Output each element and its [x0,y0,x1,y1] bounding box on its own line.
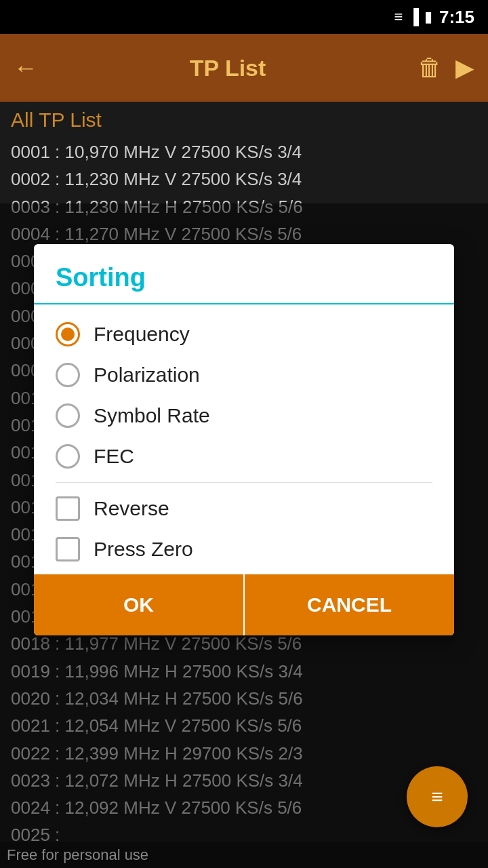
top-bar: ← TP List 🗑 ▶ [0,34,488,102]
status-time: 7:15 [439,7,474,28]
radio-symbolrate-label: Symbol Rate [94,404,210,427]
dialog-buttons: OK CANCEL [34,574,454,635]
cancel-button[interactable]: CANCEL [245,574,454,635]
divider [56,482,432,483]
radio-frequency-circle [56,322,80,347]
page-title: TP List [52,55,404,81]
list-item[interactable]: 0001 : 10,970 MHz V 27500 KS/s 3/4 [11,138,477,165]
checkbox-reverse-label: Reverse [94,497,169,520]
list-title: All TP List [11,108,477,132]
radio-polarization-label: Polarization [94,363,200,387]
fab-button[interactable]: ≡ [407,766,468,827]
radio-fec[interactable]: FEC [56,437,432,475]
status-bar: ≡ ▐ ▮ 7:15 [0,0,488,34]
status-icons: ≡ ▐ ▮ [394,8,432,26]
checkbox-presszero[interactable]: Press Zero [56,530,432,568]
battery-icon: ▮ [424,8,432,26]
checkbox-reverse[interactable]: Reverse [56,490,432,528]
dialog-title: Sorting [34,244,454,304]
fab-icon: ≡ [431,787,443,807]
radio-frequency-label: Frequency [94,323,190,346]
radio-fec-label: FEC [94,445,134,468]
bg-list: All TP List 0001 : 10,970 MHz V 27500 KS… [0,102,488,868]
checkbox-group: Reverse Press Zero [56,490,432,568]
dialog-overlay: Sorting Frequency Polarization Symbol Ra… [0,203,488,868]
back-icon[interactable]: ← [14,54,38,82]
send-icon[interactable]: ▶ [455,54,474,82]
watermark: Free for personal use [0,842,488,868]
radio-polarization-circle [56,363,80,387]
radio-group: Frequency Polarization Symbol Rate FEC [56,315,432,475]
radio-symbolrate[interactable]: Symbol Rate [56,397,432,435]
radio-fec-circle [56,444,80,469]
list-item[interactable]: 0002 : 11,230 MHz V 27500 KS/s 3/4 [11,165,477,193]
checkbox-presszero-box [56,537,80,561]
radio-symbolrate-circle [56,403,80,428]
signal-icon: ▐ [408,8,419,26]
sorting-dialog: Sorting Frequency Polarization Symbol Ra… [34,244,454,635]
radio-polarization[interactable]: Polarization [56,356,432,394]
wifi-icon: ≡ [394,8,403,26]
checkbox-presszero-label: Press Zero [94,538,193,561]
radio-frequency[interactable]: Frequency [56,315,432,353]
checkbox-reverse-box [56,496,80,521]
delete-icon[interactable]: 🗑 [418,54,442,82]
ok-button[interactable]: OK [34,574,245,635]
dialog-body: Frequency Polarization Symbol Rate FEC [34,304,454,574]
